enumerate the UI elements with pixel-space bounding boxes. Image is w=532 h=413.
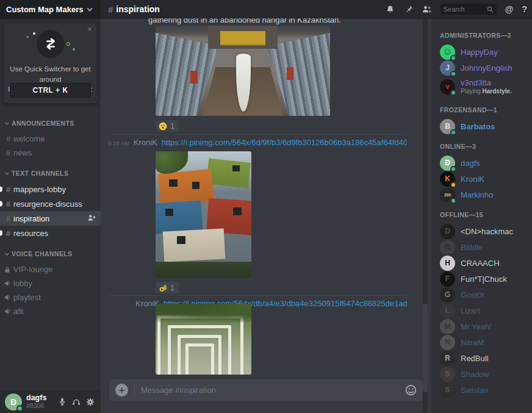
avatar: B bbox=[440, 119, 455, 134]
upload-plus-icon[interactable]: + bbox=[115, 384, 128, 397]
member-row[interactable]: Ð dagfs bbox=[440, 155, 532, 171]
sidebar-item-welcome[interactable]: # welcome bbox=[0, 132, 101, 146]
channel-title: inspiration bbox=[116, 4, 385, 14]
avatar: J bbox=[440, 60, 455, 76]
sidebar-item-vip-lounge[interactable]: VIP-lounge bbox=[0, 262, 101, 276]
hash-icon: # bbox=[6, 214, 10, 223]
hash-icon: # bbox=[6, 134, 10, 143]
search-input[interactable] bbox=[444, 5, 487, 13]
reaction-ok-hand[interactable]: 1 bbox=[156, 282, 179, 293]
member-row[interactable]: N NitraM bbox=[440, 334, 532, 350]
username: dagfs bbox=[26, 394, 54, 403]
sidebar-item-mappers-lobby[interactable]: # mappers-lobby bbox=[0, 182, 101, 196]
avatar: S bbox=[440, 382, 455, 398]
pin-icon[interactable] bbox=[404, 4, 414, 14]
unread-indicator bbox=[0, 231, 2, 236]
close-icon[interactable]: × bbox=[87, 25, 92, 34]
sidebar-item-resources[interactable]: # resources bbox=[0, 226, 101, 240]
section-frozensand: FROZENSAND—1 bbox=[440, 106, 532, 113]
message-author[interactable]: KroniK bbox=[134, 138, 157, 147]
status-online-dot bbox=[450, 71, 456, 77]
quick-switcher-tip: × Use Quick Switcher to get around Disco… bbox=[3, 22, 98, 104]
microphone-icon[interactable] bbox=[58, 398, 66, 406]
avatar: R bbox=[440, 351, 455, 366]
member-activity: Playing Hardstyle. bbox=[461, 88, 512, 95]
member-row[interactable]: 390 Markinho bbox=[440, 187, 532, 203]
pergola-garden-image[interactable] bbox=[156, 304, 251, 375]
member-row[interactable]: H CRAAACH bbox=[440, 255, 532, 271]
settings-gear-icon[interactable] bbox=[86, 398, 95, 406]
status-online-dot bbox=[16, 405, 23, 412]
sidebar-item-playtest[interactable]: playtest bbox=[0, 290, 101, 304]
search-icon bbox=[487, 6, 494, 13]
status-idle-dot bbox=[450, 182, 456, 188]
member-row[interactable]: S Shadow bbox=[440, 366, 532, 382]
headphones-icon[interactable] bbox=[72, 398, 81, 406]
member-row[interactable]: S Swistan bbox=[440, 382, 532, 398]
member-row[interactable]: ☺ HappyDay bbox=[440, 44, 532, 60]
sidebar-item-lobby[interactable]: lobby bbox=[0, 276, 101, 290]
speaker-icon bbox=[4, 280, 12, 287]
avatar: K bbox=[440, 171, 455, 187]
chat-scrollbar-thumb[interactable] bbox=[423, 304, 428, 392]
member-row[interactable]: R RedBull bbox=[440, 350, 532, 366]
hangar-shuttle-image[interactable] bbox=[156, 26, 330, 116]
sidebar-item-afk[interactable]: afk bbox=[0, 304, 101, 318]
message-link[interactable]: https://i.pinimg.com/564x/6d/9f/b3/6d9fb… bbox=[162, 138, 407, 147]
sidebar-item-inspiration[interactable]: # inspiration bbox=[0, 211, 101, 226]
member-row[interactable]: v v3nd3tta Playing Hardstyle. bbox=[440, 76, 532, 98]
notifications-bell-icon[interactable] bbox=[386, 4, 395, 14]
sidebar-item-resurgence-discuss[interactable]: # resurgence-discuss bbox=[0, 196, 101, 211]
avatar[interactable]: Ð bbox=[5, 393, 22, 411]
member-list-icon[interactable] bbox=[422, 4, 432, 14]
invite-people-icon[interactable] bbox=[87, 214, 96, 223]
category-announcements: ANNOUNCEMENTS # welcome # news bbox=[0, 118, 101, 160]
sidebar-item-news[interactable]: # news bbox=[0, 146, 101, 160]
member-name: dagfs bbox=[461, 159, 480, 168]
category-text-channels: TEXT CHANNELS # mappers-lobby # resurgen… bbox=[0, 168, 101, 240]
message-input[interactable] bbox=[141, 386, 399, 395]
category-voice-channels: VOICE CHANNELS VIP-lounge lobby playtest bbox=[0, 249, 101, 318]
avatar: H bbox=[440, 256, 455, 271]
member-row[interactable]: G Gost0r bbox=[440, 287, 532, 303]
category-header[interactable]: TEXT CHANNELS bbox=[0, 168, 101, 178]
member-name: KroniK bbox=[461, 174, 484, 184]
member-name: Mr.Yeah! bbox=[461, 322, 492, 331]
section-administrators: ADMINISTRATORS—3 bbox=[440, 32, 532, 39]
member-name: RedBull bbox=[461, 354, 489, 363]
avatar: D bbox=[440, 224, 455, 239]
help-icon[interactable]: ? bbox=[522, 4, 527, 14]
member-row[interactable]: M Mr.Yeah! bbox=[440, 318, 532, 334]
member-name: CRAAACH bbox=[461, 259, 500, 268]
member-row[interactable]: B Barbatos bbox=[440, 118, 532, 134]
cube-houses-image[interactable] bbox=[156, 151, 251, 278]
member-name: v3nd3tta bbox=[461, 79, 512, 88]
member-row[interactable]: L Lizart bbox=[440, 303, 532, 318]
decorative-dot bbox=[66, 42, 70, 46]
decorative-dot bbox=[27, 36, 29, 38]
member-row[interactable]: B Biddle bbox=[440, 239, 532, 255]
lock-icon bbox=[4, 266, 12, 273]
status-online-dot bbox=[450, 166, 456, 172]
section-online: ONLINE—3 bbox=[440, 143, 532, 150]
speaker-icon bbox=[4, 294, 12, 301]
swap-arrows-icon bbox=[37, 30, 65, 58]
member-row[interactable] bbox=[440, 398, 532, 413]
member-row[interactable]: K KroniK bbox=[440, 171, 532, 187]
member-row[interactable]: J JohnnyEnglish bbox=[440, 60, 532, 76]
category-header[interactable]: VOICE CHANNELS bbox=[0, 249, 101, 259]
mentions-icon[interactable]: @ bbox=[505, 4, 514, 14]
member-name: HappyDay bbox=[461, 48, 498, 57]
ctrl-k-shortcut-button[interactable]: CTRL + K bbox=[10, 83, 91, 98]
member-row[interactable]: F Fun*T|Chuck bbox=[440, 271, 532, 287]
server-header[interactable]: Custom Map Makers bbox=[0, 0, 101, 18]
avatar: Ð bbox=[440, 156, 455, 171]
member-row[interactable]: D <DN>hackmac bbox=[440, 223, 532, 239]
reaction-open-mouth[interactable]: 1 bbox=[156, 120, 179, 132]
user-area: Ð dagfs #8306 bbox=[0, 390, 101, 413]
decorative-dot bbox=[73, 48, 75, 51]
avatar: B bbox=[440, 240, 455, 255]
discriminator: #8306 bbox=[26, 403, 54, 410]
emoji-picker-icon[interactable] bbox=[405, 384, 417, 396]
category-header[interactable]: ANNOUNCEMENTS bbox=[0, 118, 101, 128]
